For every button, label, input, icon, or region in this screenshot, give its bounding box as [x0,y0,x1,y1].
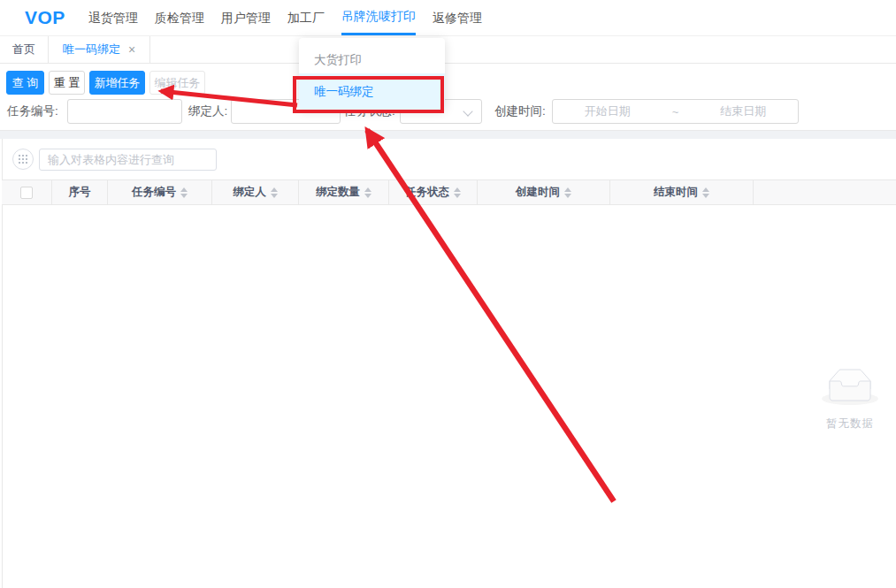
sort-icon[interactable] [702,187,709,198]
header-cell-checkbox [2,180,52,204]
start-date-placeholder[interactable]: 开始日期 [553,103,662,119]
close-icon[interactable]: × [128,43,135,56]
top-navbar: VOP 退货管理 质检管理 用户管理 加工厂 吊牌洗唛打印 返修管理 [0,0,896,35]
add-task-button[interactable]: 新增任务 [89,71,145,95]
nav-item-qc-mgmt[interactable]: 质检管理 [155,0,204,35]
menu-item-bulk-print[interactable]: 大货打印 [299,46,445,73]
nav-item-repair-mgmt[interactable]: 返修管理 [433,0,482,35]
header-cell-binder: 绑定人 [212,180,299,204]
header-label-bind-qty: 绑定数量 [316,185,360,200]
nav-item-factory[interactable]: 加工厂 [287,0,325,35]
nav-dropdown-menu: 大货打印 唯一码绑定 [299,38,445,110]
nav-item-tag-print[interactable]: 吊牌洗唛打印 [341,0,416,35]
grid-icon[interactable] [12,149,34,170]
header-cell-created-time: 创建时间 [478,180,610,204]
reset-button[interactable]: 重 置 [49,71,85,95]
end-date-placeholder[interactable]: 结束日期 [689,103,799,119]
tab-unique-code-bind[interactable]: 唯一码绑定 × [49,36,150,63]
created-time-range-picker[interactable]: 开始日期 ~ 结束日期 [552,99,799,124]
query-button[interactable]: 查 询 [6,71,44,95]
table-search-input[interactable] [39,149,217,171]
header-label-created-time: 创建时间 [516,185,560,200]
tab-bar: 首页 唯一码绑定 × [0,35,896,64]
sort-icon[interactable] [564,187,571,198]
range-separator: ~ [662,105,689,118]
empty-state-text: 暂无数据 [818,416,882,431]
select-all-checkbox[interactable] [20,187,33,199]
brand-logo: VOP [25,7,65,28]
header-cell-task-no: 任务编号 [108,180,212,204]
created-time-label: 创建时间: [494,99,546,124]
menu-item-unique-code-bind[interactable]: 唯一码绑定 [299,73,445,110]
header-cell-end-time: 结束时间 [610,180,754,204]
header-cell-bind-qty: 绑定数量 [299,180,389,204]
tab-home[interactable]: 首页 [0,36,49,63]
task-no-label: 任务编号: [7,99,58,124]
header-label-task-no: 任务编号 [132,185,176,200]
sort-icon[interactable] [271,187,278,198]
tab-unique-code-bind-label: 唯一码绑定 [63,42,120,57]
task-no-input[interactable] [67,99,182,124]
header-cell-index: 序号 [52,180,108,204]
header-label-end-time: 结束时间 [654,185,698,200]
grid-dots [19,155,28,164]
tab-home-label: 首页 [12,42,35,57]
binder-label: 绑定人: [188,99,227,124]
table-header-row: 序号 任务编号 绑定人 绑定数量 任务状态 创建时间 结束时间 [2,179,896,205]
sort-icon[interactable] [364,187,371,198]
card-left-border [2,139,3,588]
sort-icon[interactable] [454,187,461,198]
empty-inbox-icon [822,369,878,405]
header-label-index: 序号 [69,185,91,200]
nav-item-user-mgmt[interactable]: 用户管理 [221,0,271,35]
app-window: VOP 退货管理 质检管理 用户管理 加工厂 吊牌洗唛打印 返修管理 首页 唯一… [0,0,896,588]
edit-task-button-disabled: 编辑任务 [149,71,205,95]
section-divider [0,130,896,139]
chevron-down-icon [463,106,472,116]
sort-icon[interactable] [180,187,188,198]
header-cell-task-status: 任务状态 [389,180,478,204]
header-label-binder: 绑定人 [233,185,266,200]
empty-state: 暂无数据 [818,369,882,431]
header-label-task-status: 任务状态 [405,185,449,200]
header-cell-spacer [754,180,896,204]
nav-item-return-mgmt[interactable]: 退货管理 [88,0,138,35]
